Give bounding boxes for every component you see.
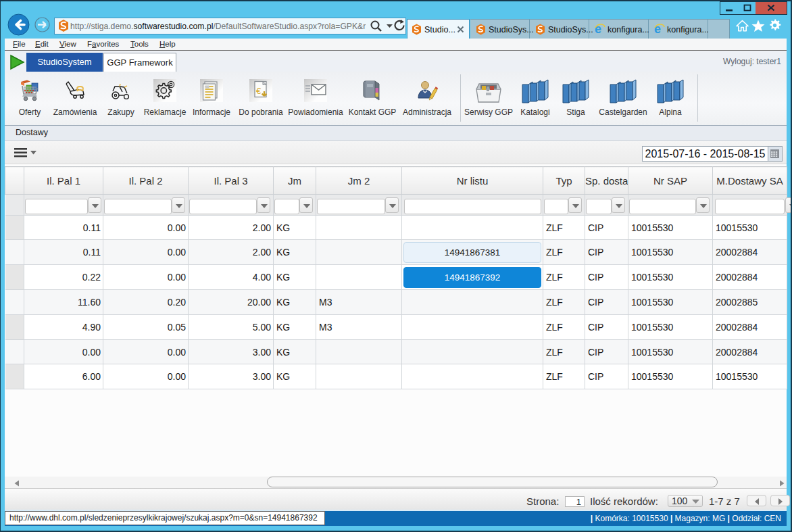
svg-text:€: € [256,86,262,96]
